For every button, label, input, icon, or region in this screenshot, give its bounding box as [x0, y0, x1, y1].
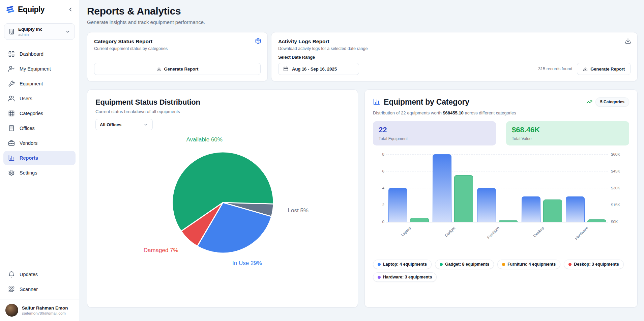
- card-subtitle: Download activity logs for a selected da…: [278, 46, 631, 51]
- chevron-down-icon: [143, 122, 148, 127]
- page-title: Reports & Analytics: [87, 5, 638, 17]
- legend-dot: [378, 276, 381, 279]
- count-bar-furniture[interactable]: [477, 188, 496, 222]
- generate-category-report-button[interactable]: Generate Report: [94, 63, 261, 75]
- gear-icon: [8, 169, 15, 176]
- count-bar-hardware[interactable]: [566, 196, 585, 222]
- count-bar-laptop[interactable]: [388, 188, 407, 222]
- x-axis-label: Hardware: [574, 226, 589, 241]
- calendar-icon: [283, 66, 289, 72]
- stat-value: 22: [379, 126, 490, 134]
- value-bar-laptop[interactable]: [410, 218, 429, 222]
- legend-item: Deskop: 3 equipments: [564, 260, 623, 269]
- sidebar-item-my-equipment[interactable]: My Equipment: [3, 62, 76, 76]
- org-selector[interactable]: Equiply Inc admin: [4, 23, 75, 40]
- bar-chart-left-axis: 02468: [373, 154, 386, 222]
- bar-chart: 02468 LaptopGadgetFurnitureDeskopHardwar…: [373, 154, 629, 222]
- bar-chart-plot-area: LaptopGadgetFurnitureDeskopHardware: [386, 154, 608, 222]
- bell-icon: [8, 271, 15, 278]
- pie-chart: Lost 5%In Use 29%Damaged 7%Available 60%: [95, 132, 350, 300]
- building-icon: [8, 28, 15, 35]
- sidebar-item-vendors[interactable]: Vendors: [3, 136, 76, 150]
- sidebar-item-updates[interactable]: Updates: [3, 267, 76, 282]
- pie-slice-label: In Use 29%: [232, 260, 262, 266]
- user-name: Saifur Rahman Emon: [22, 305, 68, 311]
- briefcase-icon: [8, 140, 15, 146]
- value-bar-deskop[interactable]: [543, 199, 562, 222]
- legend-text: Laptop: 4 equipments: [383, 262, 427, 267]
- sidebar-item-reports[interactable]: Reports: [3, 151, 76, 165]
- sidebar-item-dashboard[interactable]: Dashboard: [3, 47, 76, 61]
- left-axis-tick: 4: [382, 186, 384, 190]
- left-axis-tick: 0: [382, 220, 384, 224]
- user-check-icon: [8, 65, 15, 72]
- legend-item: Furniture: 4 equipments: [497, 260, 560, 269]
- main-content: Reports & Analytics Generate insights an…: [79, 0, 644, 321]
- date-range-picker[interactable]: Aug 16 - Sep 16, 2025: [278, 63, 359, 75]
- card-title: Equipment by Category: [384, 98, 469, 107]
- bar-group-gadget: Gadget: [431, 154, 475, 222]
- activity-logs-report-card: Activity Logs Report Download activity l…: [271, 32, 638, 81]
- download-icon: [156, 66, 162, 72]
- legend-text: Deskop: 3 equipments: [574, 262, 619, 267]
- legend-dot: [440, 263, 443, 266]
- dashboard-icon: [8, 51, 15, 57]
- count-bar-gadget[interactable]: [433, 154, 451, 222]
- equipment-status-distribution-card: Equipment Status Distribution Current st…: [87, 89, 358, 307]
- equiply-logo-icon: [5, 4, 16, 15]
- logo[interactable]: Equiply: [5, 4, 45, 15]
- logo-row: Equiply: [0, 0, 79, 19]
- legend-text: Hardware: 3 equipments: [383, 275, 432, 279]
- sidebar-collapse-button[interactable]: [66, 5, 75, 14]
- value-bar-gadget[interactable]: [454, 175, 473, 222]
- app-title: Equiply: [18, 5, 45, 14]
- categories-count-badge: 5 Categories: [595, 97, 629, 107]
- bar-group-deskop: Deskop: [520, 154, 564, 222]
- sidebar-item-categories[interactable]: Categories: [3, 106, 76, 121]
- org-name: Equiply Inc: [18, 27, 62, 32]
- gridline: [386, 222, 608, 222]
- card-title: Category Status Report: [94, 38, 261, 45]
- bar-group-hardware: Hardware: [564, 154, 608, 222]
- legend-text: Furniture: 4 equipments: [507, 262, 556, 267]
- pie-slice-label: Available 60%: [186, 136, 223, 143]
- value-bar-furniture[interactable]: [499, 220, 518, 222]
- date-range-value: Aug 16 - Sep 16, 2025: [292, 66, 337, 72]
- legend-text: Gadget: 8 equipments: [445, 262, 489, 267]
- users-icon: [8, 95, 15, 102]
- office-filter-select[interactable]: All Offices: [95, 119, 153, 130]
- download-icon: [583, 66, 588, 72]
- right-axis-tick: $45K: [611, 169, 620, 173]
- org-role: admin: [18, 32, 62, 36]
- category-status-report-card: Category Status Report Current equipment…: [87, 32, 268, 81]
- generate-activity-report-button[interactable]: Generate Report: [577, 63, 631, 75]
- sidebar-item-settings[interactable]: Settings: [3, 166, 76, 180]
- sidebar-item-offices[interactable]: Offices: [3, 121, 76, 135]
- count-bar-deskop[interactable]: [522, 196, 540, 222]
- x-axis-label: Gadget: [444, 226, 456, 238]
- sidebar-item-scanner[interactable]: Scanner: [3, 282, 76, 296]
- card-subtitle: Current status breakdown of all equipmen…: [95, 109, 350, 114]
- stat-label: Total Value: [512, 136, 623, 141]
- legend-item: Laptop: 4 equipments: [373, 260, 432, 269]
- right-axis-tick: $15K: [611, 203, 620, 207]
- sidebar-item-equipment[interactable]: Equipment: [3, 77, 76, 91]
- card-title: Equipment Status Distribution: [95, 98, 350, 107]
- page-subtitle: Generate insights and track equipment pe…: [87, 19, 638, 25]
- sidebar-item-users[interactable]: Users: [3, 91, 76, 106]
- right-axis-tick: $0K: [611, 220, 618, 224]
- stat-label: Total Equipment: [379, 136, 490, 141]
- chevron-down-icon: [65, 29, 70, 34]
- left-axis-tick: 2: [382, 203, 384, 207]
- chevron-left-icon: [67, 6, 74, 12]
- trending-up-icon: [586, 99, 592, 105]
- x-axis-label: Laptop: [400, 226, 411, 237]
- left-axis-tick: 6: [382, 169, 384, 173]
- value-bar-hardware[interactable]: [587, 219, 606, 222]
- card-subtitle: Current equipment status by categories: [94, 46, 261, 51]
- records-found-text: 315 records found: [538, 66, 572, 71]
- left-axis-tick: 8: [382, 152, 384, 156]
- equipment-by-category-card: Equipment by Category 5 Categories Distr…: [364, 89, 638, 307]
- legend-dot: [502, 263, 505, 266]
- user-profile[interactable]: Saifur Rahman Emon saifemon789@gmail.com: [0, 299, 79, 321]
